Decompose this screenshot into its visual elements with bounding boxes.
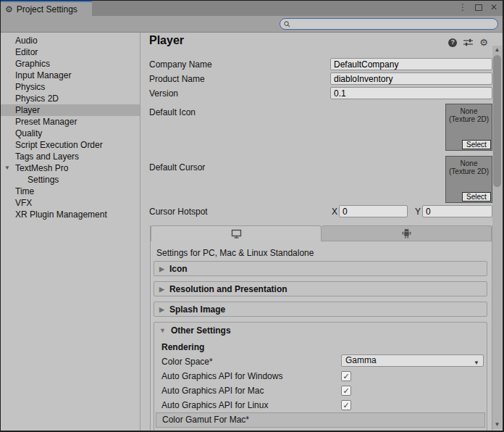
sidebar-item-script-execution-order[interactable]: Script Execution Order bbox=[1, 139, 140, 151]
other-settings-section: ▼ Other Settings Rendering Color Space* … bbox=[154, 322, 487, 432]
vertical-scrollbar[interactable]: ▲ ▼ bbox=[492, 46, 502, 429]
section-resolution-and-presentation[interactable]: ▶Resolution and Presentation bbox=[154, 281, 487, 296]
sidebar-item-preset-manager[interactable]: Preset Manager bbox=[1, 116, 140, 128]
sidebar-item-xr-plugin-management[interactable]: XR Plugin Management bbox=[1, 209, 140, 220]
sidebar-item-player[interactable]: Player bbox=[1, 104, 140, 116]
sidebar-item-label: Graphics bbox=[15, 59, 50, 69]
sidebar-item-tags-and-layers[interactable]: Tags and Layers bbox=[1, 151, 140, 162]
sidebar-item-label: Player bbox=[15, 105, 40, 115]
checkbox-auto-graphics-api-for-mac[interactable]: ✓ bbox=[341, 386, 351, 396]
help-icon[interactable]: ? bbox=[448, 38, 457, 47]
tab-standalone[interactable] bbox=[151, 225, 322, 241]
sidebar-item-label: Time bbox=[15, 186, 34, 196]
color-space-label: Color Space* bbox=[161, 356, 213, 367]
header-icons: ? ⚙ bbox=[448, 38, 488, 47]
checkbox-auto-graphics-api-for-windows[interactable]: ✓ bbox=[341, 371, 351, 381]
sidebar-item-editor[interactable]: Editor bbox=[1, 46, 140, 58]
product-name-input[interactable] bbox=[330, 72, 492, 85]
sidebar-item-label: VFX bbox=[15, 198, 32, 208]
project-settings-window: ⚙ Project Settings ⋮ ✕ AudioEditorGraphi… bbox=[0, 0, 504, 432]
default-icon-select-button[interactable]: Select bbox=[462, 140, 491, 149]
sidebar-item-quality[interactable]: Quality bbox=[1, 128, 140, 139]
section-label: Splash Image bbox=[169, 304, 225, 315]
section-icon[interactable]: ▶Icon bbox=[154, 261, 487, 276]
default-cursor-label: Default Cursor bbox=[149, 162, 205, 173]
default-icon-label: Default Icon bbox=[149, 107, 196, 118]
sidebar-item-physics[interactable]: Physics bbox=[1, 81, 140, 93]
foldout-open-icon[interactable]: ▼ bbox=[4, 162, 10, 174]
platform-tab-bar bbox=[151, 225, 492, 241]
foldout-open-icon: ▼ bbox=[159, 327, 166, 334]
section-label: Resolution and Presentation bbox=[169, 284, 287, 294]
sidebar-item-label: Audio bbox=[15, 36, 38, 46]
page-title: Player bbox=[149, 34, 184, 47]
toolbar bbox=[1, 16, 503, 33]
sidebar-item-vfx[interactable]: VFX bbox=[1, 197, 140, 209]
sidebar-item-label: Preset Manager bbox=[15, 117, 77, 127]
window-tab-title: Project Settings bbox=[17, 4, 77, 14]
default-cursor-select-button[interactable]: Select bbox=[462, 192, 491, 202]
android-icon bbox=[402, 228, 411, 238]
hotspot-y-input[interactable] bbox=[422, 205, 492, 217]
sidebar-item-label: Tags and Layers bbox=[15, 151, 79, 162]
settings-sidebar: AudioEditorGraphicsInput ManagerPhysicsP… bbox=[1, 33, 140, 431]
search-input[interactable] bbox=[293, 20, 494, 28]
cursor-hotspot-label: Cursor Hotspot bbox=[149, 206, 208, 217]
tab-project-settings[interactable]: ⚙ Project Settings bbox=[1, 1, 92, 16]
checkbox-auto-graphics-api-for-linux[interactable]: ✓ bbox=[341, 400, 351, 410]
default-icon-none-line1: None bbox=[446, 107, 492, 115]
hotspot-x-label: X bbox=[332, 206, 337, 217]
default-icon-object-field[interactable]: None (Texture 2D) Select bbox=[445, 104, 492, 151]
color-space-dropdown[interactable]: Gamma ▼ bbox=[341, 354, 484, 367]
color-space-value: Gamma bbox=[345, 355, 377, 365]
sidebar-item-textmesh-pro[interactable]: ▼TextMesh Pro bbox=[1, 162, 140, 174]
hotspot-x-input[interactable] bbox=[339, 205, 408, 217]
platform-settings-header: Settings for PC, Mac & Linux Standalone bbox=[156, 248, 314, 258]
version-input[interactable] bbox=[330, 87, 492, 99]
company-name-input[interactable] bbox=[330, 58, 492, 70]
tab-android[interactable] bbox=[322, 225, 492, 241]
sidebar-item-label: Physics 2D bbox=[15, 94, 59, 104]
scrollbar-thumb[interactable] bbox=[493, 55, 501, 187]
sidebar-item-audio[interactable]: Audio bbox=[1, 35, 140, 46]
sidebar-item-label: XR Plugin Management bbox=[15, 209, 107, 220]
window-tab-strip: ⚙ Project Settings ⋮ ✕ bbox=[1, 1, 503, 16]
scroll-up-icon[interactable]: ▲ bbox=[492, 46, 502, 54]
toggle-label: Auto Graphics API for Linux bbox=[161, 399, 268, 411]
window-menu-icon[interactable]: ⋮ bbox=[458, 3, 467, 12]
platform-settings-panel: Settings for PC, Mac & Linux Standalone … bbox=[150, 225, 492, 432]
hotspot-y-label: Y bbox=[415, 206, 421, 217]
section-splash-image[interactable]: ▶Splash Image bbox=[154, 302, 487, 317]
product-name-label: Product Name bbox=[149, 73, 205, 85]
rendering-group-title: Rendering bbox=[161, 342, 204, 352]
foldout-closed-icon: ▶ bbox=[159, 306, 164, 313]
sidebar-item-label: Quality bbox=[15, 128, 42, 138]
standalone-monitor-icon bbox=[231, 229, 242, 238]
search-field[interactable] bbox=[280, 18, 498, 30]
maximize-icon[interactable] bbox=[475, 4, 482, 11]
default-icon-none-line2: (Texture 2D) bbox=[446, 115, 492, 123]
section-label: Icon bbox=[169, 264, 188, 274]
foldout-closed-icon: ▶ bbox=[159, 265, 164, 273]
sidebar-item-physics-2d[interactable]: Physics 2D bbox=[1, 93, 140, 104]
search-icon bbox=[284, 21, 290, 28]
window-controls: ⋮ ✕ bbox=[458, 3, 497, 12]
sidebar-item-graphics[interactable]: Graphics bbox=[1, 58, 140, 70]
sidebar-item-time[interactable]: Time bbox=[1, 186, 140, 197]
toggle-label: Auto Graphics API for Windows bbox=[161, 370, 282, 382]
sidebar-item-settings[interactable]: Settings bbox=[1, 174, 140, 186]
other-settings-header[interactable]: ▼ Other Settings bbox=[154, 323, 487, 336]
toggle-label: Auto Graphics API for Mac bbox=[161, 385, 264, 396]
other-settings-title: Other Settings bbox=[171, 325, 231, 336]
chevron-down-icon: ▼ bbox=[474, 357, 479, 368]
default-cursor-object-field[interactable]: None (Texture 2D) Select bbox=[445, 156, 492, 203]
settings-gear-icon[interactable]: ⚙ bbox=[479, 38, 488, 47]
sidebar-item-label: Script Execution Order bbox=[15, 140, 103, 150]
project-settings-gear-icon: ⚙ bbox=[5, 5, 13, 14]
scroll-down-icon[interactable]: ▼ bbox=[492, 421, 502, 428]
color-gamut-subsection[interactable]: Color Gamut For Mac* bbox=[156, 412, 485, 428]
sidebar-item-label: Input Manager bbox=[15, 70, 71, 80]
presets-icon[interactable] bbox=[463, 38, 473, 46]
close-icon[interactable]: ✕ bbox=[490, 3, 497, 12]
sidebar-item-input-manager[interactable]: Input Manager bbox=[1, 70, 140, 81]
